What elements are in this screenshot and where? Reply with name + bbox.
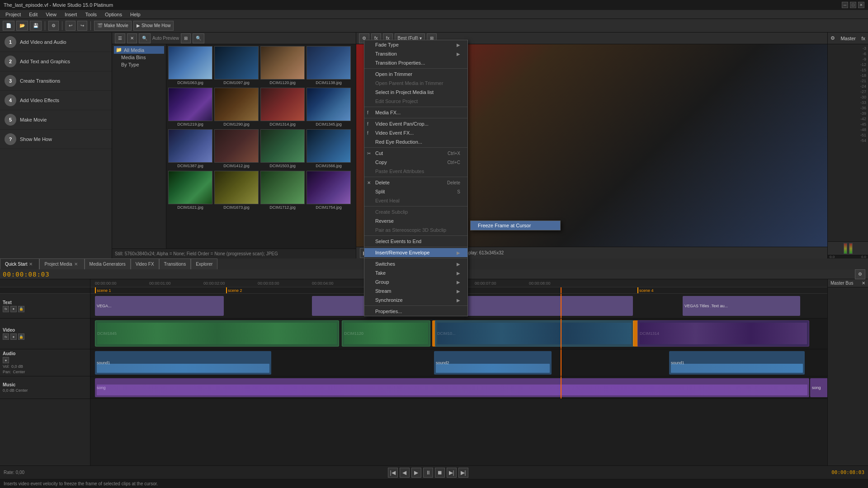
menu-help[interactable]: Help: [127, 11, 144, 18]
open-button[interactable]: 📂: [16, 21, 28, 31]
prev-frame-button[interactable]: ◀: [400, 468, 410, 478]
media-thumb-1673[interactable]: DCIM1673.jpg: [214, 171, 259, 211]
step-effects[interactable]: 4 Add Video Effects: [0, 91, 112, 110]
ctx-stream[interactable]: Stream ▶: [364, 286, 467, 296]
ctx-transition-props[interactable]: Transition Properties...: [364, 58, 467, 67]
ctx-event-heal[interactable]: Event Heal: [364, 196, 467, 205]
tree-all-media[interactable]: 📁 All Media: [114, 46, 164, 54]
ctx-take[interactable]: Take ▶: [364, 268, 467, 277]
step-add-text[interactable]: 2 Add Text and Graphics: [0, 52, 112, 71]
audio-clip-2[interactable]: sound2: [434, 351, 552, 375]
tab-video-fx[interactable]: Video FX: [131, 258, 159, 269]
video-clip-4[interactable]: DCIM1314: [637, 320, 809, 347]
tree-by-type[interactable]: By Type: [114, 61, 164, 68]
ctx-create-subclip[interactable]: Create Subclip: [364, 207, 467, 216]
ctx-select-media[interactable]: Select in Project Media list: [364, 88, 467, 97]
media-grid-button[interactable]: ⊞: [181, 33, 191, 43]
video-fx-btn[interactable]: fx: [3, 333, 9, 340]
tab-quick-start[interactable]: Quick Start ✕: [0, 258, 39, 269]
music-clip-1[interactable]: song: [95, 378, 809, 397]
media-close-button[interactable]: ✕: [127, 33, 137, 43]
go-start-button[interactable]: |◀: [388, 468, 398, 478]
text-clip-1[interactable]: VEGA...: [95, 296, 224, 316]
menu-view[interactable]: View: [42, 11, 60, 18]
media-thumb-1314[interactable]: DCIM1314.jpg: [260, 88, 305, 127]
ctx-edit-source[interactable]: Edit Source Project: [364, 97, 467, 106]
media-thumb-1621[interactable]: DCIM1621.jpg: [168, 171, 212, 211]
tab-close-project-media[interactable]: ✕: [74, 262, 80, 267]
ctx-split[interactable]: Split S: [364, 187, 467, 196]
video-lock-btn[interactable]: 🔒: [18, 333, 24, 340]
make-movie-button[interactable]: 🎬 Make Movie: [94, 21, 132, 31]
ctx-media-fx[interactable]: f Media FX...: [364, 108, 467, 117]
play-button[interactable]: ▶: [411, 468, 421, 478]
save-button[interactable]: 💾: [30, 21, 42, 31]
ctx-stereoscopic[interactable]: Pair as Stereoscopic 3D Subclip: [364, 225, 467, 235]
step-add-video[interactable]: 1 Add Video and Audio: [0, 33, 112, 52]
maximize-button[interactable]: □: [850, 2, 856, 8]
ctx-select-to-end[interactable]: Select Events to End: [364, 237, 467, 246]
ctx-copy[interactable]: Copy Ctrl+C: [364, 158, 467, 167]
audio-clip-1[interactable]: sound1: [95, 351, 271, 375]
music-clip-2[interactable]: song: [810, 378, 827, 397]
ctx-cut[interactable]: ✂ Cut Ctrl+X: [364, 149, 467, 158]
tab-media-generators[interactable]: Media Generators: [85, 258, 131, 269]
step-make-movie[interactable]: 5 Make Movie: [0, 110, 112, 130]
timeline-settings-btn[interactable]: ⚙: [855, 269, 865, 279]
media-thumb-1097[interactable]: DCIM1097.jpg: [214, 46, 259, 86]
menu-tools[interactable]: Tools: [81, 11, 100, 18]
ctx-video-pan-crop[interactable]: f Video Event Pan/Crop...: [364, 119, 467, 128]
ctx-transition[interactable]: Transition ▶: [364, 49, 467, 58]
pause-button[interactable]: ⏸: [423, 468, 433, 478]
next-frame-button[interactable]: ▶|: [447, 468, 457, 478]
ctx-switches[interactable]: Switches ▶: [364, 259, 467, 268]
media-thumb-1120[interactable]: DCIM1120.jpg: [260, 46, 305, 86]
media-thumb-1063[interactable]: DCIM1063.jpg: [168, 46, 212, 86]
tab-close-quick-start[interactable]: ✕: [29, 262, 34, 267]
master-settings-icon[interactable]: ⚙: [830, 35, 835, 41]
master-fx-icon[interactable]: fx: [861, 36, 865, 41]
media-thumb-1138[interactable]: DCIM1138.jpg: [307, 46, 351, 86]
media-thumb-1503[interactable]: DCIM1503.jpg: [260, 129, 305, 169]
media-thumb-1712[interactable]: DCIM1712.jpg: [260, 171, 305, 211]
stop-button[interactable]: ⏹: [435, 468, 445, 478]
media-thumb-1566[interactable]: DCIM1566.jpg: [307, 129, 351, 169]
ctx-properties[interactable]: Properties...: [364, 307, 467, 316]
media-search-button[interactable]: 🔍: [139, 33, 151, 43]
menu-insert[interactable]: Insert: [61, 11, 81, 18]
audio-mute-btn[interactable]: ●: [3, 357, 9, 363]
ctx-delete[interactable]: ✕ Delete Delete: [364, 178, 467, 187]
media-thumb-1290[interactable]: DCIM1290.jpg: [214, 88, 259, 127]
step-transitions[interactable]: 3 Create Transitions: [0, 71, 112, 91]
ctx-red-eye[interactable]: Red Eye Reduction...: [364, 137, 467, 146]
minimize-button[interactable]: ─: [842, 2, 848, 8]
ctx-paste-attrs[interactable]: Paste Event Attributes: [364, 167, 467, 176]
video-clip-2[interactable]: DCIM1120: [342, 320, 430, 347]
close-button[interactable]: ✕: [858, 2, 864, 8]
audio-clip-3[interactable]: sound1: [669, 351, 805, 375]
ctx-fade-type[interactable]: Fade Type ▶: [364, 40, 467, 49]
ctx-group[interactable]: Group ▶: [364, 277, 467, 286]
video-clip-1[interactable]: DCIM1845: [95, 320, 339, 347]
step-show-how[interactable]: ? Show Me How: [0, 130, 112, 149]
video-clip-3[interactable]: DCIM10...: [435, 320, 634, 347]
text-clip-4[interactable]: VEGAS Titles .Text au...: [683, 296, 800, 316]
new-button[interactable]: 📄: [3, 21, 14, 31]
menu-options[interactable]: Options: [101, 11, 126, 18]
ctx-open-parent[interactable]: Open Parent Media in Trimmer: [364, 79, 467, 88]
media-thumb-1345[interactable]: DCIM1345.jpg: [307, 88, 351, 127]
video-mute-btn[interactable]: ●: [10, 333, 17, 340]
ctx-video-event-fx[interactable]: f Video Event FX...: [364, 128, 467, 137]
media-zoom-button[interactable]: 🔍: [193, 33, 204, 43]
media-thumb-1754[interactable]: DCIM1754.jpg: [307, 171, 351, 211]
menu-project[interactable]: Project: [2, 11, 24, 18]
media-view-button[interactable]: ☰: [115, 33, 125, 43]
submenu-freeze-frame[interactable]: Freeze Frame at Cursor: [471, 221, 560, 230]
tab-explorer[interactable]: Explorer: [191, 258, 217, 269]
redo-button[interactable]: ↪: [77, 21, 87, 31]
show-me-how-button[interactable]: ▶ Show Me How: [133, 21, 174, 31]
tree-media-bins[interactable]: Media Bins: [114, 54, 164, 61]
media-thumb-1219[interactable]: DCIM1219.jpg: [168, 88, 212, 127]
go-end-button[interactable]: ▶|: [458, 468, 468, 478]
text-fx-btn[interactable]: fx: [3, 306, 9, 312]
